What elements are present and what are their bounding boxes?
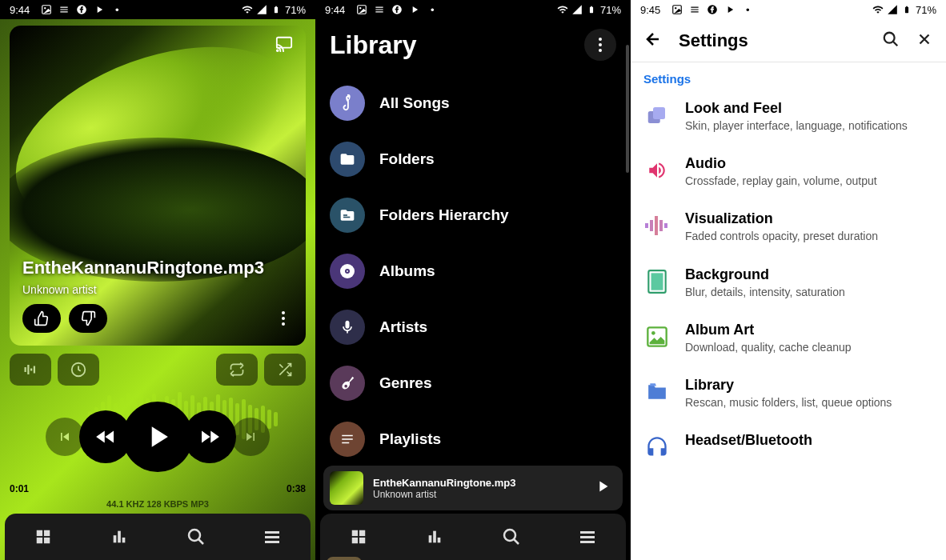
library-screen: 9:44 • 71% Library All Songs Fol xyxy=(315,0,631,560)
svg-rect-33 xyxy=(359,530,365,536)
album-art[interactable]: EntheKannanuRingtone.mp3 Unknown artist xyxy=(10,26,306,346)
cast-icon[interactable] xyxy=(274,35,295,56)
settings-item-background[interactable]: BackgroundBlur, details, intensity, satu… xyxy=(643,255,933,310)
facebook-icon xyxy=(707,4,718,15)
hidden-row-peek xyxy=(327,557,362,560)
more-options-button[interactable] xyxy=(274,309,293,328)
lib-item-all-songs[interactable]: All Songs xyxy=(330,75,616,131)
svg-rect-8 xyxy=(34,366,35,374)
repeat-button[interactable] xyxy=(216,354,258,386)
svg-point-22 xyxy=(359,7,361,9)
status-time: 9:44 xyxy=(325,4,345,16)
svg-rect-37 xyxy=(433,531,436,543)
svg-rect-32 xyxy=(352,530,358,536)
status-time: 9:45 xyxy=(640,4,660,16)
time-elapsed: 0:01 xyxy=(10,483,29,494)
battery-pct: 71% xyxy=(285,4,306,16)
dot-icon: • xyxy=(427,4,438,15)
audio-format: 44.1 KHZ 128 KBPS MP3 xyxy=(0,499,315,509)
library-more-button[interactable] xyxy=(584,29,616,61)
play-small-icon xyxy=(724,4,736,15)
lib-item-folders-hierarchy[interactable]: Folders Hierarchy xyxy=(330,187,616,243)
lib-item-label: Folders Hierarchy xyxy=(379,206,509,224)
lib-item-genres[interactable]: Genres xyxy=(330,355,616,411)
bg-icon xyxy=(643,268,671,295)
art-icon xyxy=(643,323,671,350)
svg-rect-13 xyxy=(44,538,50,543)
settings-item-audio[interactable]: AudioCrossfade, replay gain, volume, out… xyxy=(643,144,933,199)
image-icon xyxy=(41,4,52,15)
battery-pct: 71% xyxy=(600,4,621,16)
lib-item-albums[interactable]: Albums xyxy=(330,243,616,299)
status-bar: 9:44 • 71% xyxy=(0,0,315,19)
signal-icon xyxy=(887,4,898,15)
play-button[interactable] xyxy=(122,402,193,472)
folder-icon xyxy=(330,142,365,177)
play-small-icon xyxy=(94,4,105,15)
svg-rect-25 xyxy=(343,217,350,218)
signal-icon xyxy=(256,4,267,15)
mic-icon xyxy=(330,310,365,345)
search-button[interactable] xyxy=(882,30,900,51)
lib-item-folders[interactable]: Folders xyxy=(330,131,616,187)
mini-player[interactable]: EntheKannanuRingtone.mp3 Unknown artist xyxy=(323,466,623,510)
battery-icon xyxy=(271,4,282,15)
svg-rect-10 xyxy=(37,530,42,536)
svg-point-46 xyxy=(884,32,895,42)
svg-rect-7 xyxy=(30,369,32,371)
lib-item-artists[interactable]: Artists xyxy=(330,299,616,355)
time-total: 0:38 xyxy=(287,483,306,494)
mini-track-artist: Unknown artist xyxy=(373,489,584,500)
settings-item-desc: Crossfade, replay gain, volume, output xyxy=(685,174,933,188)
settings-item-desc: Faded controls opacity, preset duration xyxy=(685,229,933,243)
svg-point-17 xyxy=(189,530,200,541)
close-button[interactable] xyxy=(916,30,933,51)
svg-rect-35 xyxy=(359,538,365,543)
thumbs-up-button[interactable] xyxy=(22,304,61,333)
svg-point-1 xyxy=(44,7,46,9)
back-button[interactable] xyxy=(643,30,663,52)
library-list: All Songs Folders Folders Hierarchy Albu… xyxy=(315,75,631,467)
thumbs-down-button[interactable] xyxy=(69,304,107,333)
signal-icon xyxy=(571,4,583,15)
settings-item-visualization[interactable]: VisualizationFaded controls opacity, pre… xyxy=(643,199,933,254)
settings-item-label: Library xyxy=(685,377,933,394)
lib-item-label: Genres xyxy=(379,374,431,392)
svg-rect-14 xyxy=(114,535,117,542)
library-title: Library xyxy=(330,30,416,60)
settings-item-library[interactable]: LibraryRescan, music folders, list, queu… xyxy=(643,366,933,421)
shuffle-button[interactable] xyxy=(264,354,306,386)
settings-item-look-and-feel[interactable]: Look and FeelSkin, player interface, lan… xyxy=(643,89,933,144)
nav-equalizer-button[interactable] xyxy=(419,521,451,553)
svg-rect-49 xyxy=(645,223,648,228)
visualizer-button[interactable] xyxy=(10,354,51,386)
mini-play-button[interactable] xyxy=(594,478,611,498)
svg-rect-11 xyxy=(44,530,50,536)
nav-menu-button[interactable] xyxy=(571,521,603,553)
nav-library-grid-button[interactable] xyxy=(27,521,59,553)
next-track-button[interactable] xyxy=(231,418,270,456)
nav-equalizer-button[interactable] xyxy=(103,521,135,553)
svg-rect-53 xyxy=(664,223,667,228)
look-icon xyxy=(643,102,671,129)
settings-item-headset[interactable]: Headset/Bluetooth xyxy=(643,421,933,472)
image-icon xyxy=(671,4,683,15)
nav-search-button[interactable] xyxy=(180,521,212,553)
svg-rect-3 xyxy=(277,38,291,48)
svg-point-4 xyxy=(277,50,279,51)
nav-library-grid-button[interactable] xyxy=(343,521,375,553)
settings-item-label: Visualization xyxy=(685,210,933,227)
scrollbar[interactable] xyxy=(626,45,629,173)
svg-rect-41 xyxy=(580,536,595,538)
settings-item-album-art[interactable]: Album ArtDownload, quality, cache cleanu… xyxy=(643,310,933,366)
folder-tree-icon xyxy=(330,198,365,233)
svg-rect-31 xyxy=(342,442,349,444)
sleep-timer-button[interactable] xyxy=(58,354,99,386)
lib-item-playlists[interactable]: Playlists xyxy=(330,411,616,467)
nav-menu-button[interactable] xyxy=(256,521,288,553)
prev-track-button[interactable] xyxy=(46,418,84,456)
lib-item-label: All Songs xyxy=(379,94,450,112)
player-container: EntheKannanuRingtone.mp3 Unknown artist xyxy=(0,19,315,560)
svg-rect-40 xyxy=(580,531,595,534)
nav-search-button[interactable] xyxy=(495,521,527,553)
